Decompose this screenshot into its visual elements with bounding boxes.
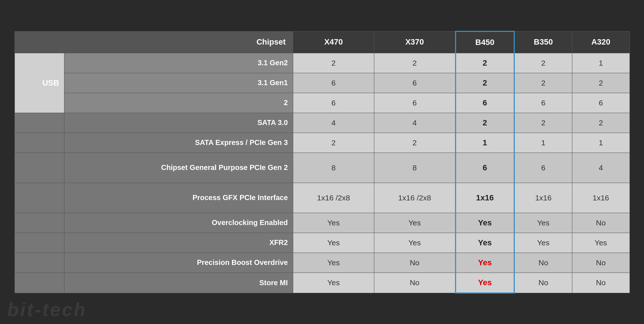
value-cell: 1 — [572, 133, 630, 153]
value-cell: 8 — [374, 153, 455, 183]
value-cell: Yes — [572, 233, 630, 253]
empty-group-cell — [14, 213, 64, 233]
value-cell: 6 — [514, 93, 572, 113]
table-row: SATA 3.044222 — [14, 113, 630, 133]
col-a320: A320 — [572, 31, 630, 53]
value-cell: No — [514, 273, 572, 293]
value-cell: 2 — [293, 53, 374, 73]
row-label: Chipset General Purpose PCIe Gen 2 — [64, 153, 293, 183]
watermark: bit-tech — [7, 299, 87, 320]
value-cell: Yes — [293, 233, 374, 253]
value-cell: Yes — [374, 213, 455, 233]
value-cell: 1 — [455, 133, 514, 153]
value-cell: Yes — [293, 273, 374, 293]
value-cell: 8 — [293, 153, 374, 183]
table-row: Overclocking EnabledYesYesYesYesNo — [14, 213, 630, 233]
value-cell: Yes — [514, 213, 572, 233]
table-row: Process GFX PCIe Interface1x16 /2x81x16 … — [14, 183, 630, 213]
value-cell: 2 — [572, 73, 630, 93]
value-cell: Yes — [455, 233, 514, 253]
col-x370: X370 — [374, 31, 455, 53]
col-x470: X470 — [293, 31, 374, 53]
value-cell: 4 — [572, 153, 630, 183]
table-row: Store MIYesNoYesNoNo — [14, 273, 630, 293]
table-row: 3.1 Gen166222 — [14, 73, 630, 93]
table-row: USB3.1 Gen222221 — [14, 53, 630, 73]
value-cell: 1x16 /2x8 — [374, 183, 455, 213]
value-cell: Yes — [455, 253, 514, 273]
value-cell: 2 — [514, 73, 572, 93]
value-cell: 1x16 — [455, 183, 514, 213]
row-label: Precision Boost Overdrive — [64, 253, 293, 273]
table-row: SATA Express / PCIe Gen 322111 — [14, 133, 630, 153]
value-cell: No — [514, 253, 572, 273]
value-cell: No — [572, 253, 630, 273]
row-label: SATA 3.0 — [64, 113, 293, 133]
table-row: Precision Boost OverdriveYesNoYesNoNo — [14, 253, 630, 273]
value-cell: 6 — [293, 93, 374, 113]
value-cell: 6 — [374, 93, 455, 113]
value-cell: 2 — [293, 133, 374, 153]
value-cell: 1 — [514, 133, 572, 153]
empty-group-cell — [14, 153, 64, 183]
empty-group-cell — [14, 183, 64, 213]
value-cell: 6 — [455, 93, 514, 113]
value-cell: 2 — [374, 53, 455, 73]
row-label: Process GFX PCIe Interface — [64, 183, 293, 213]
empty-group-cell — [14, 133, 64, 153]
value-cell: Yes — [293, 253, 374, 273]
value-cell: 4 — [293, 113, 374, 133]
table-row: XFR2YesYesYesYesYes — [14, 233, 630, 253]
value-cell: 4 — [374, 113, 455, 133]
page-wrapper: bit-tech Chipset X470 X370 B450 B350 A32… — [0, 0, 644, 324]
empty-group-cell — [14, 113, 64, 133]
value-cell: 6 — [514, 153, 572, 183]
value-cell: 2 — [514, 53, 572, 73]
value-cell: 1x16 /2x8 — [293, 183, 374, 213]
usb-group-label: USB — [14, 53, 64, 113]
row-label: SATA Express / PCIe Gen 3 — [64, 133, 293, 153]
value-cell: Yes — [514, 233, 572, 253]
value-cell: No — [374, 273, 455, 293]
value-cell: Yes — [374, 233, 455, 253]
value-cell: Yes — [455, 213, 514, 233]
row-label: Store MI — [64, 273, 293, 293]
value-cell: Yes — [455, 273, 514, 293]
empty-group-cell — [14, 273, 64, 293]
row-label: 2 — [64, 93, 293, 113]
header-row: Chipset X470 X370 B450 B350 A320 — [14, 31, 630, 53]
value-cell: 2 — [572, 113, 630, 133]
row-label: Overclocking Enabled — [64, 213, 293, 233]
value-cell: No — [374, 253, 455, 273]
row-label: XFR2 — [64, 233, 293, 253]
chipset-header: Chipset — [14, 31, 293, 53]
value-cell: 6 — [455, 153, 514, 183]
table-row: 266666 — [14, 93, 630, 113]
value-cell: 1 — [572, 53, 630, 73]
row-label: 3.1 Gen1 — [64, 73, 293, 93]
value-cell: 1x16 — [514, 183, 572, 213]
value-cell: 2 — [374, 133, 455, 153]
value-cell: 6 — [374, 73, 455, 93]
value-cell: Yes — [293, 213, 374, 233]
col-b350: B350 — [514, 31, 572, 53]
value-cell: 6 — [572, 93, 630, 113]
col-b450: B450 — [455, 31, 514, 53]
empty-group-cell — [14, 233, 64, 253]
table-row: Chipset General Purpose PCIe Gen 288664 — [14, 153, 630, 183]
value-cell: 6 — [293, 73, 374, 93]
value-cell: 2 — [455, 53, 514, 73]
row-label: 3.1 Gen2 — [64, 53, 293, 73]
empty-group-cell — [14, 253, 64, 273]
value-cell: 2 — [514, 113, 572, 133]
comparison-table: Chipset X470 X370 B450 B350 A320 USB3.1 … — [14, 31, 630, 294]
value-cell: 2 — [455, 73, 514, 93]
value-cell: 2 — [455, 113, 514, 133]
value-cell: No — [572, 273, 630, 293]
value-cell: No — [572, 213, 630, 233]
value-cell: 1x16 — [572, 183, 630, 213]
